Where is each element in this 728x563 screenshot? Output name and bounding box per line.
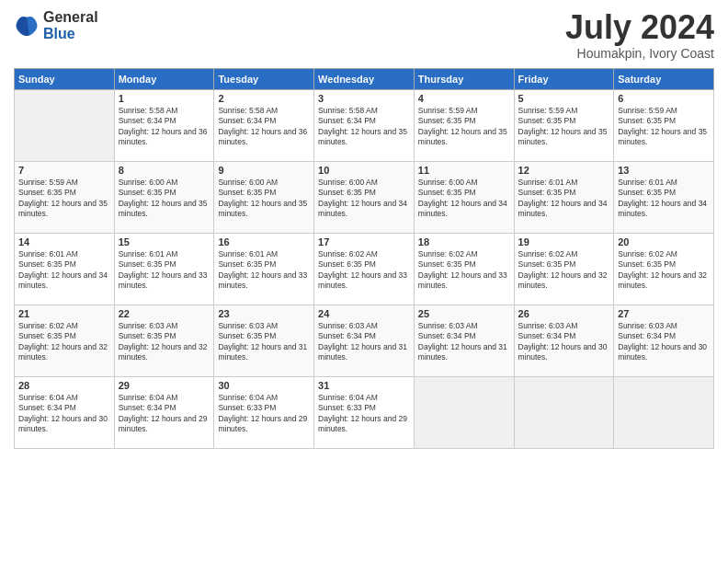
calendar-cell: 10 Sunrise: 6:00 AMSunset: 6:35 PMDaylig… bbox=[314, 161, 415, 233]
calendar-cell: 31 Sunrise: 6:04 AMSunset: 6:33 PMDaylig… bbox=[314, 376, 415, 448]
day-number: 7 bbox=[18, 165, 110, 176]
day-info: Sunrise: 6:04 AMSunset: 6:34 PMDaylight:… bbox=[18, 393, 108, 433]
day-info: Sunrise: 6:03 AMSunset: 6:35 PMDaylight:… bbox=[119, 321, 208, 362]
day-number: 24 bbox=[318, 308, 410, 319]
calendar-cell: 2 Sunrise: 5:58 AMSunset: 6:34 PMDayligh… bbox=[214, 89, 314, 161]
col-wednesday: Wednesday bbox=[314, 68, 415, 89]
day-info: Sunrise: 6:00 AMSunset: 6:35 PMDaylight:… bbox=[418, 178, 507, 218]
day-info: Sunrise: 6:03 AMSunset: 6:35 PMDaylight:… bbox=[218, 321, 307, 362]
calendar-cell: 26 Sunrise: 6:03 AMSunset: 6:34 PMDaylig… bbox=[514, 304, 614, 376]
calendar-cell: 12 Sunrise: 6:01 AMSunset: 6:35 PMDaylig… bbox=[514, 161, 614, 233]
day-info: Sunrise: 5:59 AMSunset: 6:35 PMDaylight:… bbox=[18, 178, 108, 218]
day-number: 6 bbox=[618, 93, 710, 104]
logo-icon bbox=[14, 13, 40, 39]
title-area: July 2024 Houmakpin, Ivory Coast bbox=[565, 9, 714, 61]
calendar-cell: 16 Sunrise: 6:01 AMSunset: 6:35 PMDaylig… bbox=[214, 233, 314, 304]
month-title: July 2024 bbox=[565, 9, 714, 46]
day-number: 31 bbox=[318, 380, 410, 391]
day-info: Sunrise: 6:02 AMSunset: 6:35 PMDaylight:… bbox=[318, 249, 407, 290]
day-number: 3 bbox=[318, 93, 410, 104]
day-number: 14 bbox=[18, 236, 110, 247]
day-info: Sunrise: 6:03 AMSunset: 6:34 PMDaylight:… bbox=[618, 321, 707, 362]
day-info: Sunrise: 6:01 AMSunset: 6:35 PMDaylight:… bbox=[618, 178, 707, 218]
day-info: Sunrise: 6:04 AMSunset: 6:34 PMDaylight:… bbox=[119, 393, 208, 433]
calendar-cell: 9 Sunrise: 6:00 AMSunset: 6:35 PMDayligh… bbox=[214, 161, 314, 233]
calendar-week-row: 28 Sunrise: 6:04 AMSunset: 6:34 PMDaylig… bbox=[15, 376, 714, 448]
day-info: Sunrise: 6:01 AMSunset: 6:35 PMDaylight:… bbox=[218, 249, 307, 290]
calendar-cell: 20 Sunrise: 6:02 AMSunset: 6:35 PMDaylig… bbox=[614, 233, 714, 304]
calendar-cell: 1 Sunrise: 5:58 AMSunset: 6:34 PMDayligh… bbox=[114, 89, 214, 161]
col-sunday: Sunday bbox=[15, 68, 115, 89]
day-info: Sunrise: 6:03 AMSunset: 6:34 PMDaylight:… bbox=[518, 321, 608, 362]
day-number: 9 bbox=[218, 165, 310, 176]
calendar-week-row: 1 Sunrise: 5:58 AMSunset: 6:34 PMDayligh… bbox=[15, 89, 714, 161]
day-info: Sunrise: 6:04 AMSunset: 6:33 PMDaylight:… bbox=[318, 393, 407, 433]
day-number: 11 bbox=[418, 165, 510, 176]
day-info: Sunrise: 5:58 AMSunset: 6:34 PMDaylight:… bbox=[318, 106, 407, 146]
logo: General Blue bbox=[14, 9, 98, 41]
day-number: 22 bbox=[119, 308, 210, 319]
main-container: General Blue July 2024 Houmakpin, Ivory … bbox=[0, 0, 728, 458]
calendar-cell bbox=[514, 376, 614, 448]
col-monday: Monday bbox=[114, 68, 214, 89]
calendar-cell: 7 Sunrise: 5:59 AMSunset: 6:35 PMDayligh… bbox=[15, 161, 115, 233]
calendar-cell: 6 Sunrise: 5:59 AMSunset: 6:35 PMDayligh… bbox=[614, 89, 714, 161]
calendar-header-row: Sunday Monday Tuesday Wednesday Thursday… bbox=[15, 68, 714, 89]
calendar-cell bbox=[614, 376, 714, 448]
day-info: Sunrise: 6:03 AMSunset: 6:34 PMDaylight:… bbox=[318, 321, 407, 362]
day-info: Sunrise: 5:59 AMSunset: 6:35 PMDaylight:… bbox=[518, 106, 608, 146]
day-info: Sunrise: 6:01 AMSunset: 6:35 PMDaylight:… bbox=[18, 249, 108, 290]
header-area: General Blue July 2024 Houmakpin, Ivory … bbox=[14, 9, 714, 61]
calendar-cell bbox=[15, 89, 115, 161]
day-number: 5 bbox=[518, 93, 610, 104]
day-info: Sunrise: 6:04 AMSunset: 6:33 PMDaylight:… bbox=[218, 393, 307, 433]
day-info: Sunrise: 6:02 AMSunset: 6:35 PMDaylight:… bbox=[18, 321, 108, 362]
day-number: 2 bbox=[218, 93, 310, 104]
col-saturday: Saturday bbox=[614, 68, 714, 89]
col-thursday: Thursday bbox=[414, 68, 514, 89]
day-info: Sunrise: 6:00 AMSunset: 6:35 PMDaylight:… bbox=[119, 178, 208, 218]
day-number: 1 bbox=[119, 93, 210, 104]
day-info: Sunrise: 6:02 AMSunset: 6:35 PMDaylight:… bbox=[518, 249, 608, 290]
day-number: 29 bbox=[119, 380, 210, 391]
calendar-cell: 18 Sunrise: 6:02 AMSunset: 6:35 PMDaylig… bbox=[414, 233, 514, 304]
calendar-cell: 30 Sunrise: 6:04 AMSunset: 6:33 PMDaylig… bbox=[214, 376, 314, 448]
day-info: Sunrise: 5:58 AMSunset: 6:34 PMDaylight:… bbox=[218, 106, 307, 146]
calendar-cell: 25 Sunrise: 6:03 AMSunset: 6:34 PMDaylig… bbox=[414, 304, 514, 376]
day-number: 25 bbox=[418, 308, 510, 319]
location-title: Houmakpin, Ivory Coast bbox=[565, 46, 714, 61]
logo-blue-text: Blue bbox=[43, 26, 98, 42]
logo-general-text: General bbox=[43, 9, 98, 26]
day-number: 12 bbox=[518, 165, 610, 176]
calendar-cell: 17 Sunrise: 6:02 AMSunset: 6:35 PMDaylig… bbox=[314, 233, 415, 304]
day-info: Sunrise: 6:03 AMSunset: 6:34 PMDaylight:… bbox=[418, 321, 507, 362]
day-number: 16 bbox=[218, 236, 310, 247]
calendar-table: Sunday Monday Tuesday Wednesday Thursday… bbox=[14, 68, 714, 449]
calendar-week-row: 21 Sunrise: 6:02 AMSunset: 6:35 PMDaylig… bbox=[15, 304, 714, 376]
calendar-cell: 13 Sunrise: 6:01 AMSunset: 6:35 PMDaylig… bbox=[614, 161, 714, 233]
calendar-cell: 8 Sunrise: 6:00 AMSunset: 6:35 PMDayligh… bbox=[114, 161, 214, 233]
day-info: Sunrise: 6:00 AMSunset: 6:35 PMDaylight:… bbox=[318, 178, 407, 218]
day-number: 13 bbox=[618, 165, 710, 176]
calendar-cell: 29 Sunrise: 6:04 AMSunset: 6:34 PMDaylig… bbox=[114, 376, 214, 448]
calendar-cell: 21 Sunrise: 6:02 AMSunset: 6:35 PMDaylig… bbox=[15, 304, 115, 376]
day-info: Sunrise: 5:59 AMSunset: 6:35 PMDaylight:… bbox=[418, 106, 507, 146]
calendar-cell: 4 Sunrise: 5:59 AMSunset: 6:35 PMDayligh… bbox=[414, 89, 514, 161]
day-number: 27 bbox=[618, 308, 710, 319]
day-info: Sunrise: 6:02 AMSunset: 6:35 PMDaylight:… bbox=[618, 249, 707, 290]
day-info: Sunrise: 5:59 AMSunset: 6:35 PMDaylight:… bbox=[618, 106, 707, 146]
day-number: 15 bbox=[119, 236, 210, 247]
day-number: 8 bbox=[119, 165, 210, 176]
day-number: 21 bbox=[18, 308, 110, 319]
day-number: 20 bbox=[618, 236, 710, 247]
col-tuesday: Tuesday bbox=[214, 68, 314, 89]
calendar-week-row: 7 Sunrise: 5:59 AMSunset: 6:35 PMDayligh… bbox=[15, 161, 714, 233]
logo-text: General Blue bbox=[43, 9, 98, 41]
day-number: 30 bbox=[218, 380, 310, 391]
day-info: Sunrise: 6:02 AMSunset: 6:35 PMDaylight:… bbox=[418, 249, 507, 290]
calendar-cell bbox=[414, 376, 514, 448]
calendar-week-row: 14 Sunrise: 6:01 AMSunset: 6:35 PMDaylig… bbox=[15, 233, 714, 304]
calendar-cell: 23 Sunrise: 6:03 AMSunset: 6:35 PMDaylig… bbox=[214, 304, 314, 376]
calendar-cell: 19 Sunrise: 6:02 AMSunset: 6:35 PMDaylig… bbox=[514, 233, 614, 304]
day-number: 17 bbox=[318, 236, 410, 247]
